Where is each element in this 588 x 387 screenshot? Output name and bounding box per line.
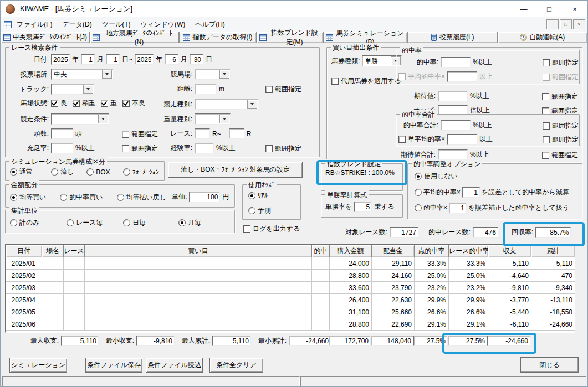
table-row[interactable]: 2025/0531,10025,66026.6%26.6%-5,440-18,5… (6, 306, 575, 318)
hit-rate-range-checkbox[interactable]: 範囲指定 (543, 58, 579, 68)
odds-real-radio[interactable]: ﾘｱﾙ (248, 192, 268, 199)
fill-rate-input[interactable] (51, 143, 73, 153)
expect-sum-input[interactable] (438, 149, 468, 160)
menu-file[interactable]: ファイル(F) (12, 18, 57, 32)
clear-conditions-button[interactable]: 条件全クリア (209, 358, 263, 373)
race-cond-select[interactable] (51, 113, 109, 125)
agg-per-race-radio[interactable]: レース毎 (67, 218, 103, 228)
toolbar-auto-run-button[interactable]: 自動運転(A) (498, 32, 588, 43)
table-row[interactable]: 2025/0124,00029,11033.3%33.3%5,1105,110 (6, 257, 575, 270)
amount-equal-buy-radio[interactable]: 均等買い (10, 193, 46, 202)
date-year-from-input[interactable] (51, 54, 70, 65)
mdi-close-icon[interactable]: × (573, 19, 585, 29)
adjust-correct-radio[interactable] (415, 204, 422, 211)
close-icon[interactable]: × (562, 1, 587, 17)
hit-rate-input[interactable] (441, 57, 471, 68)
col-header-purchase[interactable]: 購入金額 (330, 245, 372, 257)
col-header-date[interactable]: 日付 (6, 245, 42, 257)
hit-rate-sum-input[interactable] (441, 120, 471, 131)
heads-range-checkbox[interactable]: 範囲指定 (122, 130, 158, 139)
table-row[interactable]: 2025/0628,80022,69029.1%29.1%-6,110-24,6… (6, 318, 575, 331)
amount-equal-payout-radio[interactable]: 均等払い戻し (117, 193, 167, 202)
avg-hit-rate-input[interactable] (447, 71, 477, 82)
sim-type-nagashi-radio[interactable]: 流し (51, 167, 74, 177)
expect-range-checkbox[interactable]: 範囲指定 (542, 92, 578, 101)
date-month-from-input[interactable] (81, 54, 95, 65)
amount-hit-rate-buy-radio[interactable]: 的中率買い (60, 193, 103, 202)
save-conditions-button[interactable]: 条件ファイル保存 (85, 358, 142, 373)
distance-range-checkbox[interactable]: 範囲指定 (265, 85, 301, 94)
expect-sum-range-checkbox[interactable]: 範囲指定 (542, 151, 578, 160)
toolbar-blend-settings-button[interactable]: 指数ブレンド設定(M) (257, 32, 323, 43)
win-calc-power-input[interactable] (354, 202, 372, 212)
surface-heavy-checkbox[interactable]: 重 (101, 99, 117, 108)
col-header-point-rate[interactable]: 点的中率 (415, 245, 449, 257)
unit-price-input[interactable] (189, 192, 220, 202)
col-header-total[interactable]: 累計 (531, 245, 575, 257)
race-type-select[interactable] (195, 99, 258, 110)
weight-type-select[interactable] (195, 113, 231, 125)
toolbar-vote-history-button[interactable]: 投票履歴(L) (407, 32, 498, 43)
simulate-button[interactable]: シミュレーション (9, 358, 67, 373)
avg-hit-rate-range-checkbox[interactable]: 範囲指定 (543, 73, 579, 82)
fill-rate-range-checkbox[interactable]: 範囲指定 (122, 144, 158, 153)
date-month-to-input[interactable] (165, 54, 178, 65)
col-header-race[interactable]: レース (64, 245, 85, 257)
avg-hit-rate-checkbox-icon[interactable] (398, 73, 406, 80)
single-avg-rate-input[interactable] (447, 134, 477, 145)
agg-per-month-radio[interactable]: 月毎 (178, 218, 201, 228)
agg-total-only-radio[interactable]: 計のみ (10, 218, 40, 228)
exp-rate-range-checkbox[interactable]: 範囲指定 (265, 144, 301, 153)
surface-bad-checkbox[interactable]: 不良 (122, 99, 145, 108)
col-header-hit[interactable]: 的中 (312, 245, 330, 257)
single-avg-rate-range-checkbox[interactable]: 範囲指定 (543, 135, 579, 145)
toolbar-get-index-button[interactable]: 指数データの取得(I) (179, 32, 257, 43)
col-header-payout[interactable]: 配当金 (372, 245, 415, 257)
menu-data[interactable]: データ(D) (57, 18, 96, 32)
exp-rate-input[interactable] (195, 143, 214, 153)
table-row[interactable]: 2025/0426,40022,63029.9%29.9%-3,770-13,1… (6, 294, 575, 306)
col-header-bet[interactable]: 買い目 (85, 245, 312, 257)
heads-input[interactable] (51, 128, 73, 139)
menu-help[interactable]: ヘルプ(H) (190, 18, 230, 32)
maximize-icon[interactable]: □ (536, 1, 562, 17)
col-header-place[interactable]: 場名 (42, 245, 64, 257)
single-avg-rate-checkbox-icon[interactable] (398, 136, 406, 143)
place-select[interactable]: 中央 (51, 69, 113, 80)
load-conditions-button[interactable]: 条件ファイル読込 (146, 358, 203, 373)
race-no-to-input[interactable] (229, 128, 244, 139)
table-row[interactable]: 2025/0228,80024,16025.0%25.0%-4,640470 (6, 270, 575, 282)
distance-input[interactable] (195, 84, 217, 94)
toolbar-import-jra-button[interactable]: 中央競馬ﾃﾞｰﾀのｲﾝﾎﾟｰﾄ(J) (1, 32, 90, 43)
log-output-checkbox[interactable]: ログを出力する (243, 224, 300, 234)
expect-input[interactable] (438, 91, 468, 101)
sim-type-box-radio[interactable]: BOX (86, 168, 110, 176)
date-day-to-input[interactable] (190, 54, 203, 65)
col-header-race-rate[interactable]: レース的中率 (449, 245, 488, 257)
sim-type-formation-radio[interactable]: ﾌｫｰﾒｰｼｮﾝ (123, 168, 159, 176)
adjust-correct-input[interactable] (449, 203, 467, 213)
agg-per-day-radio[interactable]: 日毎 (123, 218, 146, 228)
surface-slightly-heavy-checkbox[interactable]: 稍重 (73, 99, 95, 108)
adjust-subtract-radio[interactable] (415, 189, 422, 196)
date-year-to-input[interactable] (135, 54, 154, 65)
target-horses-button[interactable]: 流し・BOX・ﾌｫｰﾒｰｼｮﾝ 対象馬の設定 (168, 162, 303, 178)
adjust-none-radio[interactable]: 使用しない (415, 172, 458, 181)
mdi-minimize-icon[interactable]: _ (546, 19, 559, 29)
date-day-from-input[interactable] (106, 54, 120, 65)
race-no-from-input[interactable] (195, 128, 210, 139)
odds-predict-radio[interactable]: 予測 (248, 206, 271, 215)
minimize-icon[interactable]: — (511, 1, 536, 17)
mdi-restore-icon[interactable]: □ (560, 19, 572, 29)
surface-good-checkbox[interactable]: 良 (51, 99, 67, 108)
sim-type-normal-radio[interactable]: 通常 (10, 167, 33, 177)
substitute-ticket-checkbox[interactable]: 代用馬券を適用する (331, 76, 401, 86)
hit-rate-sum-range-checkbox[interactable]: 範囲指定 (543, 121, 579, 131)
table-row[interactable]: 2025/0333,60023,79023.2%23.2%-9,810-9,34… (6, 282, 575, 294)
track-select[interactable] (51, 84, 94, 95)
adjust-subtract-input[interactable] (462, 187, 480, 198)
toolbar-simulation-button[interactable]: 馬券シミュレーション(B) (323, 32, 407, 43)
toolbar-import-nar-button[interactable]: 地方競馬ﾃﾞｰﾀのｲﾝﾎﾟｰﾄ(N) (90, 32, 179, 43)
close-button[interactable]: 閉じる (520, 357, 579, 373)
course-select[interactable] (195, 69, 231, 80)
